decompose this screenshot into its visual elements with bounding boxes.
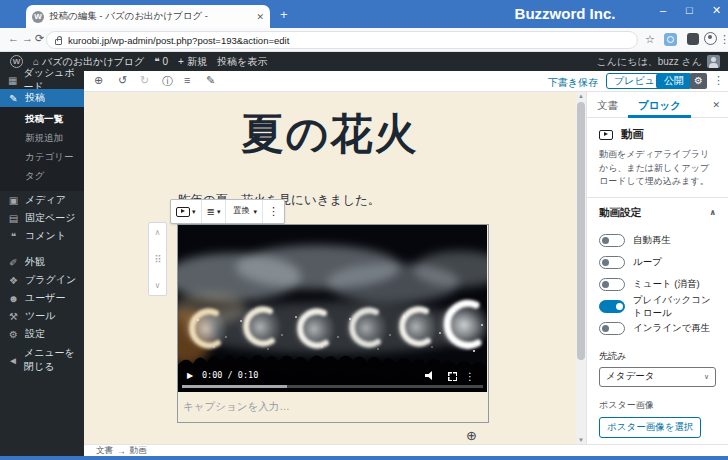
adminbar-account[interactable]: こんにちは、buzz さん [596,55,720,69]
refresh-icon[interactable]: ⟳ [35,32,44,45]
replace-button[interactable]: 置換 ▾ [226,200,263,223]
sidebar-item-comments[interactable]: ❝ コメント [0,227,84,245]
toggle-plays-inline[interactable]: インラインで再生 [599,318,716,340]
browser-titlebar: W 投稿の編集 - バズのお出かけブログ - ✕ + Buzzword Inc.… [0,0,728,28]
scroll-down-icon[interactable]: ▼ [576,437,586,443]
new-tab-button[interactable]: + [280,7,288,22]
details-info-icon[interactable]: ⓘ [162,74,173,89]
toggle-playback-controls[interactable]: プレイバックコントロール [599,296,716,318]
submenu-item-tags[interactable]: タグ [0,167,84,186]
sidebar-item-media[interactable]: ▣ メディア [0,191,84,209]
sidebar-item-pages[interactable]: ▤ 固定ページ [0,209,84,227]
toggle-switch[interactable] [599,322,625,335]
block-mover: ∧ ⠿ ∨ [148,222,167,296]
adminbar-new-link[interactable]: + 新規 [178,55,207,69]
wp-logo-menu[interactable]: W [10,55,23,68]
more-options-icon: ⋮ [268,205,279,218]
redo-icon[interactable]: ↻ [140,74,149,87]
editor-canvas: 夏の花火 昨年の夏、花火を見にいきました。 ▾ ≣ ▾ 置換 ▾ ⋮ ∧ ⠿ ∨ [84,92,576,444]
list-view-icon[interactable]: ≡ [184,74,190,86]
toggle-autoplay[interactable]: 自動再生 [599,230,716,252]
preload-select[interactable]: メタデータ ∨ [599,367,716,387]
block-inserter-icon[interactable]: ⊕ [94,74,103,87]
scrollbar-thumb[interactable] [577,102,585,360]
pages-icon: ▤ [8,213,19,224]
address-bar[interactable]: kuroobi.jp/wp-admin/post.php?post=193&ac… [46,31,638,49]
fullscreen-icon[interactable] [448,372,457,381]
video-block[interactable]: ▶ 0:00 / 0:10 ⋮ キャプションを入力… [177,224,489,423]
breadcrumb-arrow-icon: → [117,446,126,456]
forward-icon[interactable]: → [22,32,33,44]
select-poster-image-button[interactable]: ポスター画像を選択 [599,417,701,438]
sidebar-item-tools[interactable]: ⚒ ツール [0,307,84,325]
window-close-button[interactable]: ✕ [712,4,721,17]
window-minimize-button[interactable]: – [660,4,666,16]
wp-admin-sidebar: ▦ ダッシュボード ✎ 投稿 投稿一覧 新規追加 カテゴリー タグ ▣ メディア… [0,71,84,456]
window-maximize-button[interactable]: □ [686,4,693,16]
back-icon[interactable]: ← [8,32,19,44]
toggle-loop[interactable]: ループ [599,252,716,274]
browser-tab[interactable]: W 投稿の編集 - バズのお出かけブログ - ✕ [26,5,270,28]
sidebar-item-dashboard[interactable]: ▦ ダッシュボード [0,71,84,89]
tab-document[interactable]: 文書 [587,92,628,118]
move-up-icon[interactable]: ∧ [155,228,161,237]
profile-icon[interactable] [704,32,717,45]
video-progress-bar[interactable] [182,385,483,388]
sidebar-item-users[interactable]: ☻ ユーザー [0,289,84,307]
drag-handle-icon[interactable]: ⠿ [154,254,160,265]
publish-button[interactable]: 公開 [656,73,692,89]
sidebar-scrollbar[interactable]: ▲ ▼ [576,92,586,444]
move-down-icon[interactable]: ∨ [155,281,161,290]
bottom-inserter-icon[interactable]: ⊕ [466,428,477,443]
block-options-button[interactable]: ⋮ [263,200,284,223]
comment-icon: ❝ [154,56,159,67]
caption-placeholder: キャプションを入力… [183,400,290,414]
toggle-muted[interactable]: ミュート (消音) [599,274,716,296]
bookmark-star-icon[interactable]: ☆ [645,33,655,46]
close-settings-icon[interactable]: ✕ [712,100,720,110]
submenu-item-categories[interactable]: カテゴリー [0,148,84,167]
inspector-tabs: 文書 ブロック ✕ [587,92,728,118]
window-brand-title: Buzzword Inc. [460,5,670,22]
sidebar-item-settings[interactable]: ⚙ 設定 [0,325,84,343]
edit-mode-pencil-icon[interactable]: ✎ [206,74,215,87]
sidebar-item-posts[interactable]: ✎ 投稿 [0,89,84,107]
extension-icon[interactable] [687,33,699,45]
align-button[interactable]: ≣ ▾ [202,200,227,223]
video-player[interactable]: ▶ 0:00 / 0:10 ⋮ [178,225,487,392]
video-more-icon[interactable]: ⋮ [465,371,475,382]
chevron-down-icon: ∨ [704,373,709,381]
panel-video-settings[interactable]: 動画設定 ∧ [587,198,728,228]
scroll-up-icon[interactable]: ▲ [576,93,586,99]
save-draft-button[interactable]: 下書き保存 [548,76,598,90]
brush-icon: ✐ [8,257,19,268]
undo-icon[interactable]: ↺ [118,74,127,87]
play-icon[interactable]: ▶ [187,371,193,380]
avatar [707,55,720,68]
post-title[interactable]: 夏の花火 [84,106,576,162]
editor-more-menu-icon[interactable]: ⋮ [713,74,724,87]
tab-block[interactable]: ブロック [628,92,691,118]
video-block-toolbar: ▾ ≣ ▾ 置換 ▾ ⋮ [170,199,285,224]
submenu-item-add-new[interactable]: 新規追加 [0,129,84,148]
sidebar-item-appearance[interactable]: ✐ 外観 [0,253,84,271]
toggle-switch[interactable] [599,300,625,313]
toggle-switch[interactable] [599,256,625,269]
sidebar-collapse-menu[interactable]: ◄ メニューを閉じる [0,351,84,369]
video-caption-field[interactable]: キャプションを入力… [178,392,488,421]
browser-menu-icon[interactable]: ⋮ [719,33,728,46]
tab-close-icon[interactable]: ✕ [256,12,264,22]
greeting-text: こんにちは、buzz さん [596,55,702,69]
adminbar-view-post-link[interactable]: 投稿を表示 [217,55,267,69]
settings-gear-button[interactable]: ⚙ [690,73,707,89]
toggle-switch[interactable] [599,278,625,291]
extension-icon[interactable] [664,33,677,46]
tools-icon: ⚒ [8,311,19,322]
breadcrumb-root[interactable]: 文書 [96,445,113,457]
adminbar-comments-link[interactable]: ❝ 0 [154,56,168,67]
submenu-item-all-posts[interactable]: 投稿一覧 [0,110,84,129]
video-block-type-button[interactable]: ▾ [171,200,202,223]
sidebar-item-plugins[interactable]: ❖ プラグイン [0,271,84,289]
breadcrumb-current[interactable]: 動画 [130,445,147,457]
toggle-switch[interactable] [599,234,625,247]
